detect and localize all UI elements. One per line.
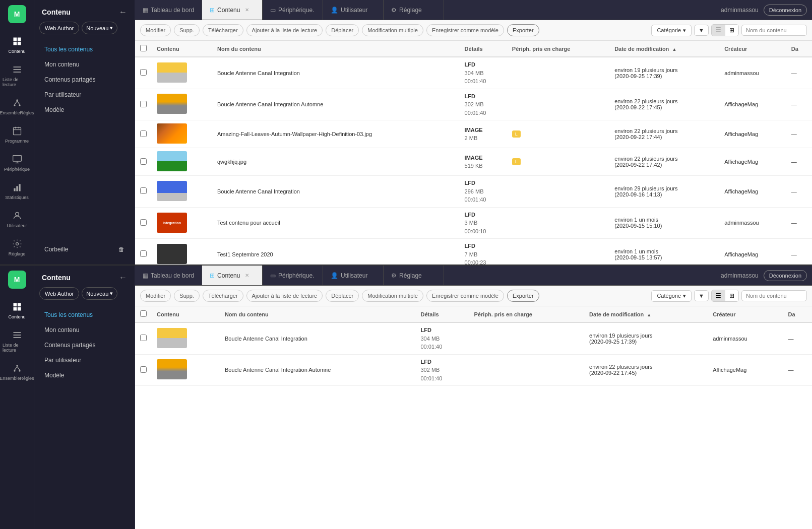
sidebar-item-programme[interactable]: Programme [0, 120, 34, 149]
sidebar-label-reglage: Réglage [9, 251, 26, 256]
nouveau-button[interactable]: Nouveau ▾ [82, 22, 117, 34]
tab-close-button[interactable]: ✕ [245, 7, 249, 13]
nav-bottom-modele[interactable]: Modèle [39, 368, 130, 383]
table-row[interactable]: IntegrationTest contenu pour accueilLFD3… [135, 207, 812, 239]
category-filter-button[interactable]: Catégorie ▾ [651, 25, 692, 36]
sidebar-item-liste-lecture[interactable]: Liste de lecture [0, 59, 34, 92]
tab-contenu[interactable]: ⊞ Contenu ✕ [202, 0, 263, 20]
category-filter-button-bottom[interactable]: Catégorie ▾ [651, 290, 692, 302]
th-createur-bottom: Créateur [708, 306, 783, 322]
svg-point-33 [19, 370, 20, 371]
svg-rect-1 [17, 38, 21, 41]
enregistrer-modele-button-bottom[interactable]: Enregistrer comme modèle [426, 290, 504, 302]
tab-bottom-close-button[interactable]: ✕ [245, 273, 249, 278]
nouveau-button-bottom[interactable]: Nouveau ▾ [82, 287, 117, 300]
tab-bottom-peripherique[interactable]: ▭ Périphérique. [263, 266, 323, 285]
nav-tous-contenus[interactable]: Tous les contenus [39, 42, 130, 57]
row-checkbox[interactable] [140, 250, 147, 257]
modification-multiple-button[interactable]: Modification multiple [362, 24, 423, 36]
tab-bottom-tableau-de-bord[interactable]: ▦ Tableau de bord [135, 266, 202, 285]
nav-modele[interactable]: Modèle [39, 102, 130, 117]
select-all-checkbox[interactable] [140, 45, 147, 51]
grid-view-button[interactable]: ⊞ [725, 25, 738, 36]
tab-bottom-utilisateur[interactable]: 👤 Utilisateur [323, 266, 384, 285]
table-row[interactable]: Amazing-Fall-Leaves-Autumn-Wallpaper-Hig… [135, 120, 812, 148]
telecharger-button[interactable]: Télécharger [203, 24, 243, 36]
collapse-button[interactable]: ← [119, 8, 127, 17]
supprimer-button-bottom[interactable]: Supp. [174, 290, 200, 302]
svg-rect-21 [19, 184, 20, 191]
row-checkbox[interactable] [140, 366, 147, 373]
nav-par-utilisateur[interactable]: Par utilisateur [39, 87, 130, 102]
exporter-button[interactable]: Exporter [507, 24, 539, 36]
list-view-button[interactable]: ☰ [712, 25, 725, 36]
row-checkbox[interactable] [140, 219, 147, 226]
th-nom-contenu: Nom du contenu [212, 41, 460, 57]
row-checkbox[interactable] [140, 130, 147, 137]
tab-tableau-de-bord[interactable]: ▦ Tableau de bord [135, 0, 202, 20]
nav-mon-contenu[interactable]: Mon contenu [39, 57, 130, 72]
row-checkbox[interactable] [140, 335, 147, 341]
row-checkbox[interactable] [140, 101, 147, 107]
deconnexion-button-bottom[interactable]: Déconnexion [764, 270, 807, 281]
search-input-bottom[interactable] [741, 290, 807, 301]
tab-reglage[interactable]: ⚙ Réglage [384, 0, 444, 20]
row-checkbox[interactable] [140, 158, 147, 165]
table-row[interactable]: qwgkhjq.jpgIMAGE519 KBLenviron 22 plusie… [135, 148, 812, 176]
ajouter-liste-button[interactable]: Ajouter à la liste de lecture [246, 24, 323, 36]
filter-button[interactable]: ▼ [694, 25, 709, 36]
web-author-button-bottom[interactable]: Web Author [39, 287, 79, 300]
deplacer-button-bottom[interactable]: Déplacer [326, 290, 359, 302]
ajouter-liste-button-bottom[interactable]: Ajouter à la liste de lecture [246, 290, 323, 302]
select-all-checkbox-bottom[interactable] [140, 310, 147, 317]
th-date-modification[interactable]: Date de modification ▲ [609, 41, 719, 57]
enregistrer-modele-button[interactable]: Enregistrer comme modèle [426, 24, 504, 36]
tab-peripherique[interactable]: ▭ Périphérique. [263, 0, 323, 20]
table-row[interactable]: Boucle Antenne Canal Integration Automne… [135, 354, 812, 386]
web-author-button[interactable]: Web Author [39, 22, 79, 34]
sidebar-bottom-liste[interactable]: Liste de lecture [0, 324, 34, 358]
tab-bottom-contenu[interactable]: ⊞ Contenu ✕ [202, 266, 263, 285]
collapse-button-bottom[interactable]: ← [119, 273, 127, 282]
deconnexion-button[interactable]: Déconnexion [764, 5, 807, 16]
sidebar-item-statistiques[interactable]: Statistiques [0, 177, 34, 205]
table-row[interactable]: Boucle Antenne Canal Integration Automne… [135, 89, 812, 120]
nav-corbeille[interactable]: Corbeille 🗑 [39, 242, 130, 257]
table-row[interactable]: Boucle Antenne Canal IntegrationLFD304 M… [135, 57, 812, 89]
exporter-button-bottom[interactable]: Exporter [507, 290, 539, 302]
telecharger-button-bottom[interactable]: Télécharger [203, 290, 243, 302]
svg-line-35 [17, 367, 20, 370]
deplacer-button[interactable]: Déplacer [326, 24, 359, 36]
tab-bottom-reglage[interactable]: ⚙ Réglage [384, 266, 444, 285]
sidebar-item-peripherique[interactable]: Périphérique [0, 149, 34, 177]
nav-bottom-par-utilisateur[interactable]: Par utilisateur [39, 353, 130, 368]
modification-multiple-button-bottom[interactable]: Modification multiple [362, 290, 423, 302]
sidebar-item-utilisateur[interactable]: Utilisateur [0, 205, 34, 233]
nav-contenus-partages[interactable]: Contenus partagés [39, 72, 130, 87]
grid-view-button-bottom[interactable]: ⊞ [725, 290, 738, 301]
sidebar-bottom-ensemble[interactable]: EnsembleRègles [0, 358, 34, 386]
row-checkbox-cell [135, 148, 152, 176]
table-container-bottom: Contenu Nom du contenu Détails Périph. p… [135, 306, 812, 529]
table-row[interactable]: Test1 Septembre 2020LFD7 MB00:00:23envir… [135, 239, 812, 265]
row-checkbox[interactable] [140, 69, 147, 76]
table-row[interactable]: Boucle Antenne Canal IntegrationLFD304 M… [135, 322, 812, 354]
table-row[interactable]: Boucle Antenne Canal IntegrationLFD296 M… [135, 176, 812, 208]
filter-button-bottom[interactable]: ▼ [694, 290, 709, 301]
nav-bottom-mon-contenu[interactable]: Mon contenu [39, 322, 130, 338]
sidebar-item-reglage[interactable]: Réglage [0, 233, 34, 261]
sidebar-item-ensemble[interactable]: EnsembleRègles [0, 92, 34, 120]
tab-utilisateur[interactable]: 👤 Utilisateur [323, 0, 384, 20]
sidebar-bottom-contenu[interactable]: Contenu [0, 296, 34, 324]
supprimer-button[interactable]: Supp. [174, 24, 200, 36]
modifier-button-bottom[interactable]: Modifier [140, 290, 171, 302]
nav-bottom-tous-contenus[interactable]: Tous les contenus [39, 307, 130, 322]
nav-bottom-contenus-partages[interactable]: Contenus partagés [39, 338, 130, 353]
modifier-button[interactable]: Modifier [140, 24, 171, 36]
search-input[interactable] [741, 25, 807, 36]
sidebar-item-contenu[interactable]: Contenu [0, 31, 34, 59]
th-date-modification-bottom[interactable]: Date de modification ▲ [584, 306, 708, 322]
list-view-button-bottom[interactable]: ☰ [712, 290, 725, 301]
list-icon [12, 64, 23, 75]
row-checkbox[interactable] [140, 187, 147, 194]
